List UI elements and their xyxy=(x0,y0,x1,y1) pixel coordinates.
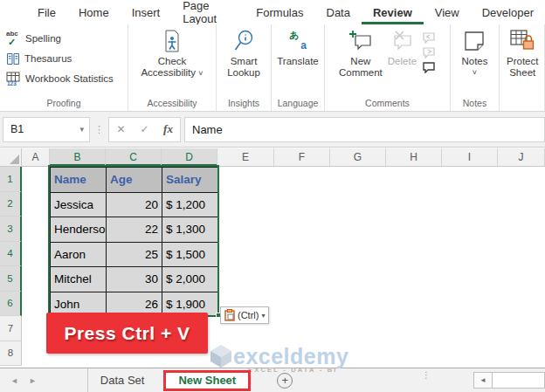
tab-view[interactable]: View xyxy=(424,0,471,24)
row-header-6[interactable]: 6 xyxy=(0,292,22,317)
column-header-b[interactable]: B xyxy=(50,148,106,166)
tab-home[interactable]: Home xyxy=(67,0,121,24)
header-cell-salary[interactable]: Salary xyxy=(162,168,218,193)
tab-insert[interactable]: Insert xyxy=(121,0,172,24)
row-header-4[interactable]: 4 xyxy=(0,242,22,267)
cell-d3[interactable]: $ 1,300 xyxy=(162,217,218,243)
insert-function-icon[interactable]: fx xyxy=(156,122,180,136)
cell-c4[interactable]: 25 xyxy=(107,243,162,268)
chevron-down-icon: ˅ xyxy=(198,69,203,78)
column-header-i[interactable]: I xyxy=(442,148,498,166)
sheet-nav: ◄ ► xyxy=(0,376,45,385)
paste-options-dropdown-icon: ▾ xyxy=(261,312,265,320)
column-header-h[interactable]: H xyxy=(386,148,442,166)
name-box[interactable]: B1 ▾ xyxy=(3,117,90,142)
next-sheet-icon[interactable]: ► xyxy=(29,376,37,385)
delete-comment-icon xyxy=(390,30,413,52)
row-header-8[interactable]: 8 xyxy=(0,341,22,367)
protect-sheet-button[interactable]: Protect Sheet xyxy=(507,24,538,97)
next-comment-icon[interactable] xyxy=(422,46,436,58)
cancel-icon[interactable]: ✕ xyxy=(109,123,133,135)
group-proofing: abc✓ Spelling Thesaurus 123 Workbook Sta… xyxy=(0,24,128,111)
previous-sheet-icon[interactable]: ◄ xyxy=(10,376,18,385)
ribbon-tab-bar: File Home Insert Page Layout Formulas Da… xyxy=(0,0,545,24)
check-accessibility-button[interactable]: Check Accessibility ˅ xyxy=(141,24,203,97)
tab-file[interactable]: File xyxy=(26,0,67,24)
row-header-2[interactable]: 2 xyxy=(0,192,22,217)
cell-d2[interactable]: $ 1,200 xyxy=(162,193,218,218)
scrollbar-track[interactable] xyxy=(493,372,545,389)
worksheet-grid: A B C D E F G H I J 1 2 3 4 5 6 7 8 xyxy=(0,148,545,368)
tab-review[interactable]: Review xyxy=(362,0,424,24)
header-cell-name[interactable]: Name xyxy=(51,168,107,193)
column-header-d[interactable]: D xyxy=(162,148,217,166)
tab-developer[interactable]: Developer xyxy=(471,0,545,24)
row-header-7[interactable]: 7 xyxy=(0,316,22,341)
cell-d5[interactable]: $ 2,000 xyxy=(162,267,218,292)
scroll-left-icon[interactable]: ◄ xyxy=(473,372,493,389)
workbook-statistics-button[interactable]: 123 Workbook Statistics xyxy=(6,71,128,86)
select-all-corner[interactable] xyxy=(0,148,22,166)
group-accessibility: Check Accessibility ˅ Accessibility xyxy=(128,24,217,111)
formula-buttons: ✕ ✓ fx xyxy=(108,117,181,142)
tab-scroll-splitter[interactable]: ⋮ xyxy=(422,373,431,378)
paste-options-button[interactable]: (Ctrl) ▾ xyxy=(220,306,269,324)
column-header-a[interactable]: A xyxy=(22,148,50,166)
column-headers: A B C D E F G H I J xyxy=(0,148,545,167)
column-header-c[interactable]: C xyxy=(106,148,162,166)
row-header-5[interactable]: 5 xyxy=(0,266,22,292)
ribbon: abc✓ Spelling Thesaurus 123 Workbook Sta… xyxy=(0,24,545,112)
delete-comment-button[interactable]: Delete xyxy=(388,24,417,97)
press-ctrl-v-callout: Press Ctrl + V xyxy=(46,313,208,354)
sheet-canvas[interactable]: Name Age Salary Jessica 20 $ 1,200 Hende… xyxy=(22,167,545,367)
cell-b2[interactable]: Jessica xyxy=(51,193,107,218)
thesaurus-button[interactable]: Thesaurus xyxy=(6,51,128,66)
column-header-f[interactable]: F xyxy=(274,148,330,166)
group-language: あa Translate Language xyxy=(272,24,325,111)
group-comments: New Comment Delete xyxy=(325,24,451,111)
spelling-button[interactable]: abc✓ Spelling xyxy=(6,31,128,46)
chevron-down-icon: ˅ xyxy=(473,67,477,79)
show-comments-icon[interactable] xyxy=(422,61,436,73)
sheet-tab-data-set[interactable]: Data Set xyxy=(88,368,157,392)
new-comment-icon xyxy=(349,30,372,52)
column-header-j[interactable]: J xyxy=(498,148,545,166)
check-accessibility-icon xyxy=(162,30,182,52)
cell-b4[interactable]: Aaron xyxy=(51,243,107,268)
previous-comment-icon[interactable] xyxy=(422,31,436,44)
group-insights: Smart Lookup Insights xyxy=(217,24,272,111)
formula-input[interactable]: Name xyxy=(184,117,545,142)
new-comment-button[interactable]: New Comment xyxy=(339,24,383,97)
group-label-notes: Notes xyxy=(451,98,499,108)
name-box-dropdown-icon[interactable]: ▾ xyxy=(79,125,89,134)
protect-sheet-icon xyxy=(510,30,535,52)
translate-icon: あa xyxy=(289,30,307,52)
cell-d4[interactable]: $ 1,500 xyxy=(162,243,218,268)
tab-page-layout[interactable]: Page Layout xyxy=(171,0,245,24)
column-header-e[interactable]: E xyxy=(217,148,274,166)
clipboard-icon xyxy=(224,309,235,321)
table-row: Henderson 22 $ 1,300 xyxy=(51,217,218,243)
cell-c5[interactable]: 30 xyxy=(107,267,162,292)
row-header-1[interactable]: 1 xyxy=(0,167,22,192)
cell-b5[interactable]: Mitchel xyxy=(51,267,107,292)
translate-button[interactable]: あa Translate xyxy=(277,24,319,97)
group-label-proofing: Proofing xyxy=(0,98,128,108)
plus-icon: + xyxy=(281,374,288,387)
new-sheet-button[interactable]: + xyxy=(277,373,293,389)
formula-bar-splitter[interactable]: ⋮ xyxy=(90,124,108,135)
enter-icon[interactable]: ✓ xyxy=(133,123,156,135)
notes-button[interactable]: Notes ˅ xyxy=(461,24,487,97)
sheet-tab-new-sheet[interactable]: New Sheet xyxy=(163,370,251,391)
cell-c3[interactable]: 22 xyxy=(107,217,162,243)
spelling-icon: abc✓ xyxy=(6,31,21,45)
table-header-row: Name Age Salary xyxy=(51,168,218,193)
row-header-3[interactable]: 3 xyxy=(0,217,22,242)
tab-formulas[interactable]: Formulas xyxy=(245,0,314,24)
header-cell-age[interactable]: Age xyxy=(107,168,162,193)
tab-data[interactable]: Data xyxy=(315,0,362,24)
cell-b3[interactable]: Henderson xyxy=(51,217,107,243)
cell-c2[interactable]: 20 xyxy=(107,193,162,218)
smart-lookup-button[interactable]: Smart Lookup xyxy=(227,24,260,97)
column-header-g[interactable]: G xyxy=(330,148,386,166)
